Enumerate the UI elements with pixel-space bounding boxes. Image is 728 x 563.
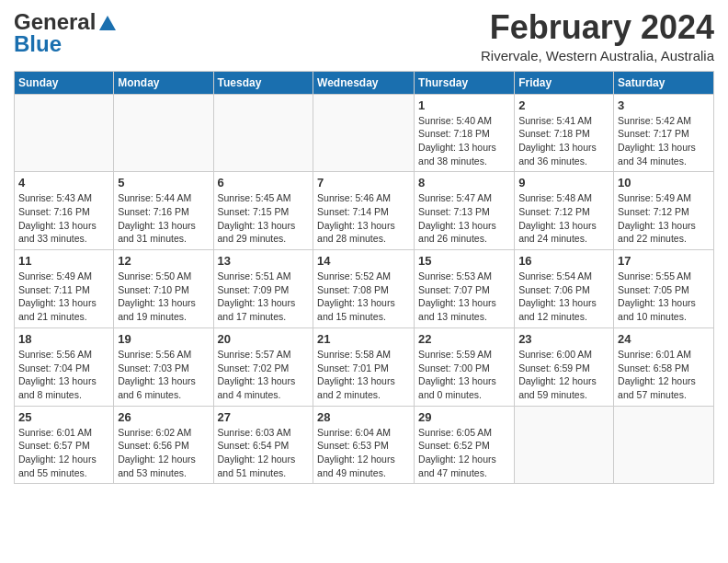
- calendar-cell: 5Sunrise: 5:44 AMSunset: 7:16 PMDaylight…: [114, 172, 213, 250]
- day-number: 20: [218, 332, 310, 346]
- day-info: Sunrise: 6:05 AMSunset: 6:52 PMDaylight:…: [418, 426, 510, 480]
- day-number: 7: [317, 176, 410, 190]
- logo-blue: Blue: [14, 31, 62, 57]
- day-number: 2: [518, 98, 609, 112]
- day-number: 17: [618, 254, 710, 268]
- day-info: Sunrise: 5:45 AMSunset: 7:15 PMDaylight:…: [218, 191, 310, 246]
- day-number: 8: [418, 176, 510, 190]
- calendar-cell: 20Sunrise: 5:57 AMSunset: 7:02 PMDayligh…: [213, 327, 313, 406]
- calendar-cell: 10Sunrise: 5:49 AMSunset: 7:12 PMDayligh…: [614, 172, 714, 250]
- day-info: Sunrise: 5:49 AMSunset: 7:12 PMDaylight:…: [618, 191, 710, 246]
- calendar-cell: 14Sunrise: 5:52 AMSunset: 7:08 PMDayligh…: [313, 250, 415, 328]
- day-number: 27: [218, 410, 310, 424]
- day-info: Sunrise: 6:04 AMSunset: 6:53 PMDaylight:…: [317, 426, 410, 480]
- day-info: Sunrise: 6:02 AMSunset: 6:56 PMDaylight:…: [118, 426, 209, 480]
- svg-marker-0: [99, 16, 116, 30]
- day-info: Sunrise: 5:53 AMSunset: 7:07 PMDaylight:…: [418, 270, 510, 324]
- calendar-cell: 4Sunrise: 5:43 AMSunset: 7:16 PMDaylight…: [15, 172, 114, 250]
- day-info: Sunrise: 5:54 AMSunset: 7:06 PMDaylight:…: [518, 270, 609, 324]
- day-info: Sunrise: 5:46 AMSunset: 7:14 PMDaylight:…: [317, 191, 410, 246]
- logo: General Blue: [14, 9, 118, 57]
- day-info: Sunrise: 5:40 AMSunset: 7:18 PMDaylight:…: [418, 114, 510, 168]
- calendar-row-4: 25Sunrise: 6:01 AMSunset: 6:57 PMDayligh…: [15, 406, 714, 484]
- calendar-row-1: 4Sunrise: 5:43 AMSunset: 7:16 PMDaylight…: [15, 172, 714, 250]
- calendar-cell: 12Sunrise: 5:50 AMSunset: 7:10 PMDayligh…: [114, 250, 213, 328]
- day-number: 29: [418, 410, 510, 424]
- calendar-cell: 23Sunrise: 6:00 AMSunset: 6:59 PMDayligh…: [515, 327, 614, 406]
- day-info: Sunrise: 5:58 AMSunset: 7:01 PMDaylight:…: [317, 348, 410, 402]
- calendar-cell: 3Sunrise: 5:42 AMSunset: 7:17 PMDaylight…: [614, 94, 714, 172]
- calendar-cell: 7Sunrise: 5:46 AMSunset: 7:14 PMDaylight…: [313, 172, 415, 250]
- day-info: Sunrise: 5:43 AMSunset: 7:16 PMDaylight:…: [18, 191, 109, 246]
- calendar-subtitle: Rivervale, Western Australia, Australia: [481, 48, 714, 63]
- calendar-row-0: 1Sunrise: 5:40 AMSunset: 7:18 PMDaylight…: [15, 94, 714, 172]
- calendar-cell: 13Sunrise: 5:51 AMSunset: 7:09 PMDayligh…: [213, 250, 313, 328]
- col-wednesday: Wednesday: [313, 71, 415, 94]
- col-tuesday: Tuesday: [213, 71, 313, 94]
- calendar-cell: 2Sunrise: 5:41 AMSunset: 7:18 PMDaylight…: [515, 94, 614, 172]
- calendar-title: February 2024: [481, 9, 714, 46]
- header-row: Sunday Monday Tuesday Wednesday Thursday…: [15, 71, 714, 94]
- day-number: 25: [18, 410, 109, 424]
- day-info: Sunrise: 5:42 AMSunset: 7:17 PMDaylight:…: [618, 114, 710, 168]
- calendar-cell: 24Sunrise: 6:01 AMSunset: 6:58 PMDayligh…: [614, 327, 714, 406]
- day-number: 13: [218, 254, 310, 268]
- day-info: Sunrise: 5:55 AMSunset: 7:05 PMDaylight:…: [618, 270, 710, 324]
- calendar-cell: 25Sunrise: 6:01 AMSunset: 6:57 PMDayligh…: [15, 406, 114, 484]
- col-thursday: Thursday: [415, 71, 515, 94]
- col-monday: Monday: [114, 71, 213, 94]
- day-info: Sunrise: 5:41 AMSunset: 7:18 PMDaylight:…: [518, 114, 609, 168]
- calendar-cell: 21Sunrise: 5:58 AMSunset: 7:01 PMDayligh…: [313, 327, 415, 406]
- day-number: 18: [18, 332, 109, 346]
- day-number: 9: [518, 176, 609, 190]
- calendar-cell: 11Sunrise: 5:49 AMSunset: 7:11 PMDayligh…: [15, 250, 114, 328]
- calendar-cell: [213, 94, 313, 172]
- day-number: 28: [317, 410, 410, 424]
- day-info: Sunrise: 5:52 AMSunset: 7:08 PMDaylight:…: [317, 270, 410, 324]
- day-info: Sunrise: 6:01 AMSunset: 6:57 PMDaylight:…: [18, 426, 109, 480]
- day-number: 3: [618, 98, 710, 112]
- day-number: 24: [618, 332, 710, 346]
- calendar-table: Sunday Monday Tuesday Wednesday Thursday…: [14, 71, 714, 485]
- calendar-cell: 6Sunrise: 5:45 AMSunset: 7:15 PMDaylight…: [213, 172, 313, 250]
- calendar-cell: [614, 406, 714, 484]
- day-number: 6: [218, 176, 310, 190]
- day-info: Sunrise: 6:01 AMSunset: 6:58 PMDaylight:…: [618, 348, 710, 402]
- calendar-cell: 22Sunrise: 5:59 AMSunset: 7:00 PMDayligh…: [415, 327, 515, 406]
- day-info: Sunrise: 5:59 AMSunset: 7:00 PMDaylight:…: [418, 348, 510, 402]
- calendar-cell: 18Sunrise: 5:56 AMSunset: 7:04 PMDayligh…: [15, 327, 114, 406]
- day-number: 1: [418, 98, 510, 112]
- day-number: 22: [418, 332, 510, 346]
- day-number: 5: [118, 176, 209, 190]
- calendar-cell: 27Sunrise: 6:03 AMSunset: 6:54 PMDayligh…: [213, 406, 313, 484]
- day-info: Sunrise: 5:49 AMSunset: 7:11 PMDaylight:…: [18, 270, 109, 324]
- calendar-row-3: 18Sunrise: 5:56 AMSunset: 7:04 PMDayligh…: [15, 327, 714, 406]
- calendar-cell: [515, 406, 614, 484]
- day-number: 11: [18, 254, 109, 268]
- day-info: Sunrise: 5:57 AMSunset: 7:02 PMDaylight:…: [218, 348, 310, 402]
- calendar-row-2: 11Sunrise: 5:49 AMSunset: 7:11 PMDayligh…: [15, 250, 714, 328]
- day-number: 23: [518, 332, 609, 346]
- col-friday: Friday: [515, 71, 614, 94]
- day-number: 15: [418, 254, 510, 268]
- calendar-cell: [114, 94, 213, 172]
- day-number: 10: [618, 176, 710, 190]
- day-number: 26: [118, 410, 209, 424]
- title-area: February 2024 Rivervale, Western Austral…: [481, 9, 714, 63]
- col-saturday: Saturday: [614, 71, 714, 94]
- calendar-cell: 16Sunrise: 5:54 AMSunset: 7:06 PMDayligh…: [515, 250, 614, 328]
- day-info: Sunrise: 5:56 AMSunset: 7:03 PMDaylight:…: [118, 348, 209, 402]
- calendar-cell: 8Sunrise: 5:47 AMSunset: 7:13 PMDaylight…: [415, 172, 515, 250]
- calendar-cell: 26Sunrise: 6:02 AMSunset: 6:56 PMDayligh…: [114, 406, 213, 484]
- calendar-cell: 9Sunrise: 5:48 AMSunset: 7:12 PMDaylight…: [515, 172, 614, 250]
- day-info: Sunrise: 5:47 AMSunset: 7:13 PMDaylight:…: [418, 191, 510, 246]
- day-number: 21: [317, 332, 410, 346]
- calendar-cell: 15Sunrise: 5:53 AMSunset: 7:07 PMDayligh…: [415, 250, 515, 328]
- logo-icon: [97, 12, 118, 32]
- day-number: 12: [118, 254, 209, 268]
- day-info: Sunrise: 5:51 AMSunset: 7:09 PMDaylight:…: [218, 270, 310, 324]
- calendar-cell: 17Sunrise: 5:55 AMSunset: 7:05 PMDayligh…: [614, 250, 714, 328]
- day-info: Sunrise: 6:00 AMSunset: 6:59 PMDaylight:…: [518, 348, 609, 402]
- header: General Blue February 2024 Rivervale, We…: [14, 9, 714, 63]
- day-info: Sunrise: 6:03 AMSunset: 6:54 PMDaylight:…: [218, 426, 310, 480]
